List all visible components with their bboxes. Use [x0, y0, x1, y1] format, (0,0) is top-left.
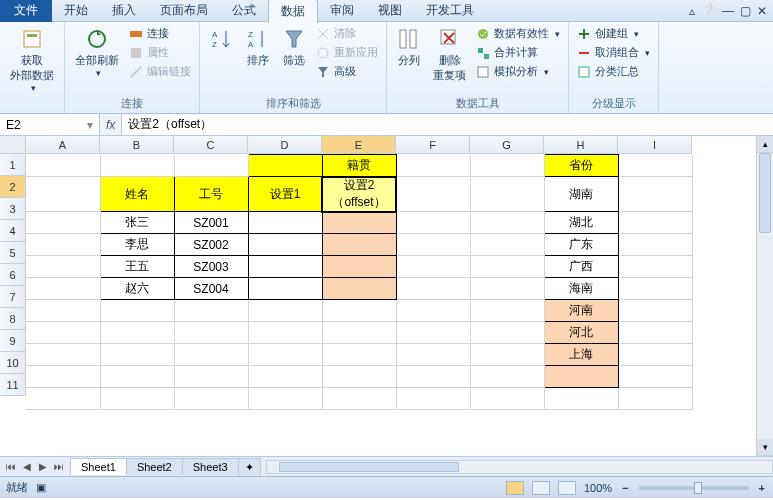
horizontal-scrollbar[interactable] — [266, 460, 773, 474]
window-close-icon[interactable]: ✕ — [757, 4, 767, 18]
clear-filter-button[interactable]: 清除 — [314, 25, 380, 42]
name-box-input[interactable] — [6, 118, 76, 132]
row-header-1[interactable]: 1 — [0, 154, 26, 176]
cell-I6[interactable] — [618, 278, 692, 300]
sheet-nav-first[interactable]: ⏮ — [4, 461, 18, 472]
cell-E9[interactable] — [322, 344, 396, 366]
col-header-D[interactable]: D — [248, 136, 322, 154]
cell-H11[interactable] — [544, 388, 618, 410]
cell-C1[interactable] — [174, 155, 248, 177]
advanced-filter-button[interactable]: 高级 — [314, 63, 380, 80]
cell-C6[interactable]: SZ004 — [174, 278, 248, 300]
cell-D2[interactable]: 设置1 — [248, 177, 322, 212]
cell-B10[interactable] — [100, 366, 174, 388]
row-header-3[interactable]: 3 — [0, 198, 26, 220]
cell-I1[interactable] — [618, 155, 692, 177]
sort-button[interactable]: ZA排序 — [242, 25, 274, 70]
cell-H9[interactable]: 上海 — [544, 344, 618, 366]
view-normal-button[interactable] — [506, 481, 524, 495]
cell-G9[interactable] — [470, 344, 544, 366]
cell-B2[interactable]: 姓名 — [100, 177, 174, 212]
row-header-9[interactable]: 9 — [0, 330, 26, 352]
sheet-nav-next[interactable]: ▶ — [36, 461, 50, 472]
cell-H8[interactable]: 河北 — [544, 322, 618, 344]
cell-G2[interactable] — [470, 177, 544, 212]
cell-A1[interactable] — [26, 155, 100, 177]
cell-I11[interactable] — [618, 388, 692, 410]
cell-B9[interactable] — [100, 344, 174, 366]
cell-E3[interactable] — [322, 212, 396, 234]
sheet-tab-1[interactable]: Sheet1 — [70, 458, 127, 475]
scroll-thumb-h[interactable] — [279, 462, 459, 472]
cell-B11[interactable] — [100, 388, 174, 410]
edit-links-button[interactable]: 编辑链接 — [127, 63, 193, 80]
row-header-4[interactable]: 4 — [0, 220, 26, 242]
window-minimize-icon[interactable]: — — [722, 4, 734, 18]
cell-G11[interactable] — [470, 388, 544, 410]
cell-C7[interactable] — [174, 300, 248, 322]
cell-C2[interactable]: 工号 — [174, 177, 248, 212]
cell-F8[interactable] — [396, 322, 470, 344]
tab-view[interactable]: 视图 — [366, 0, 414, 22]
cell-G6[interactable] — [470, 278, 544, 300]
cell-I4[interactable] — [618, 234, 692, 256]
fx-icon[interactable]: fx — [106, 118, 115, 132]
cell-C5[interactable]: SZ003 — [174, 256, 248, 278]
ungroup-button[interactable]: 取消组合 — [575, 44, 652, 61]
cell-D6[interactable] — [248, 278, 322, 300]
zoom-in-button[interactable]: + — [757, 482, 767, 494]
cell-G4[interactable] — [470, 234, 544, 256]
cell-E8[interactable] — [322, 322, 396, 344]
cell-H6[interactable]: 海南 — [544, 278, 618, 300]
cell-B6[interactable]: 赵六 — [100, 278, 174, 300]
tab-insert[interactable]: 插入 — [100, 0, 148, 22]
col-header-A[interactable]: A — [26, 136, 100, 154]
cell-D11[interactable] — [248, 388, 322, 410]
cell-B4[interactable]: 李思 — [100, 234, 174, 256]
cell-G3[interactable] — [470, 212, 544, 234]
tab-dev[interactable]: 开发工具 — [414, 0, 486, 22]
tab-layout[interactable]: 页面布局 — [148, 0, 220, 22]
cell-D7[interactable] — [248, 300, 322, 322]
cell-B5[interactable]: 王五 — [100, 256, 174, 278]
formula-input[interactable] — [128, 118, 767, 132]
col-header-F[interactable]: F — [396, 136, 470, 154]
properties-button[interactable]: 属性 — [127, 44, 193, 61]
cell-B8[interactable] — [100, 322, 174, 344]
filter-button[interactable]: 筛选 — [278, 25, 310, 70]
cell-F11[interactable] — [396, 388, 470, 410]
cell-A2[interactable] — [26, 177, 100, 212]
cell-E10[interactable] — [322, 366, 396, 388]
row-header-6[interactable]: 6 — [0, 264, 26, 286]
zoom-handle[interactable] — [694, 482, 702, 494]
cell-A3[interactable] — [26, 212, 100, 234]
cell-G10[interactable] — [470, 366, 544, 388]
scroll-up-button[interactable]: ▴ — [757, 136, 773, 153]
cell-F2[interactable] — [396, 177, 470, 212]
sheet-nav-last[interactable]: ⏭ — [52, 461, 66, 472]
cell-C11[interactable] — [174, 388, 248, 410]
cell-C9[interactable] — [174, 344, 248, 366]
get-external-data-button[interactable]: 获取 外部数据 — [6, 25, 58, 95]
cell-G5[interactable] — [470, 256, 544, 278]
cell-F7[interactable] — [396, 300, 470, 322]
cell-A7[interactable] — [26, 300, 100, 322]
cell-H3[interactable]: 湖北 — [544, 212, 618, 234]
new-sheet-button[interactable]: ✦ — [238, 458, 261, 476]
cell-D5[interactable] — [248, 256, 322, 278]
scroll-thumb-v[interactable] — [759, 153, 771, 233]
cell-D9[interactable] — [248, 344, 322, 366]
data-validation-button[interactable]: 数据有效性 — [474, 25, 562, 42]
cell-I3[interactable] — [618, 212, 692, 234]
macro-record-icon[interactable]: ▣ — [36, 481, 46, 494]
cell-D3[interactable] — [248, 212, 322, 234]
cell-I9[interactable] — [618, 344, 692, 366]
help-icon[interactable]: ❔ — [701, 4, 716, 18]
cell-H10[interactable] — [544, 366, 618, 388]
col-header-C[interactable]: C — [174, 136, 248, 154]
cell-C8[interactable] — [174, 322, 248, 344]
row-header-2[interactable]: 2 — [0, 176, 26, 198]
cell-G7[interactable] — [470, 300, 544, 322]
row-header-7[interactable]: 7 — [0, 286, 26, 308]
cell-F10[interactable] — [396, 366, 470, 388]
